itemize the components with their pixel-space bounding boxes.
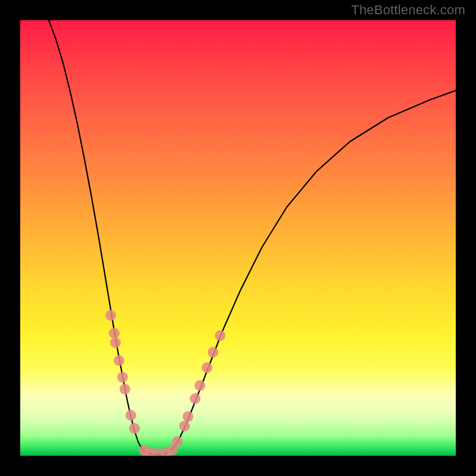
marker-dot [179,421,190,431]
plot-area [20,20,456,456]
marker-dot [110,337,121,348]
marker-dot [120,384,130,394]
marker-dot [183,411,193,422]
marker-dot [215,330,226,341]
marker-dot [117,372,128,383]
marker-dot [208,347,218,358]
attribution-text: TheBottleneck.com [351,2,465,18]
chart-container: TheBottleneck.com [0,0,476,476]
marker-dot [129,423,140,434]
marker-dot [114,355,124,366]
marker-dot [202,362,212,373]
markers-svg [20,20,456,456]
marker-dot [172,436,183,447]
marker-dots [105,310,226,456]
marker-dot [190,393,201,404]
marker-dot [126,410,136,421]
marker-dot [109,328,120,339]
marker-dot [195,380,205,391]
marker-dot [105,310,116,321]
